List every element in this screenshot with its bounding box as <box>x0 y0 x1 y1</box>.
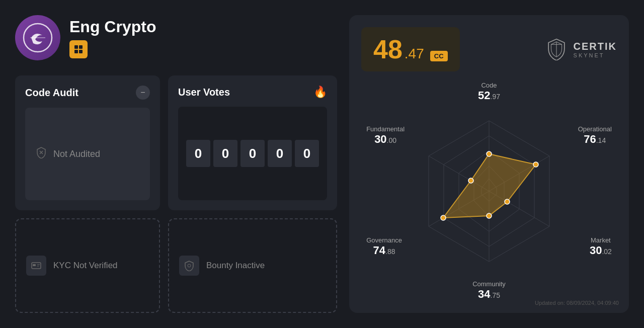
bounty-icon <box>179 256 199 276</box>
community-label: Community 34.75 <box>472 280 506 301</box>
market-label-name: Market <box>591 236 611 244</box>
governance-label-name: Governance <box>366 236 402 244</box>
governance-point <box>441 215 446 220</box>
svg-point-13 <box>188 264 191 267</box>
project-logo <box>15 15 60 60</box>
svg-marker-27 <box>443 154 536 218</box>
minus-icon: − <box>140 88 145 97</box>
svg-rect-2 <box>74 45 78 49</box>
right-top: 48 .47 CC CERTIK SKYNET <box>361 27 617 71</box>
fundamental-point <box>468 178 473 183</box>
fundamental-label: Fundamental 30.00 <box>366 125 405 146</box>
updated-text: Updated on: 08/09/2024, 04:09:40 <box>535 300 619 306</box>
kyc-card: KYC Not Verified <box>15 218 160 313</box>
shield-bounty-icon <box>184 260 195 271</box>
radar-svg <box>409 111 570 272</box>
operational-label-value: 76.14 <box>584 133 606 146</box>
certik-name: CERTIK <box>574 41 617 52</box>
operational-point <box>533 162 538 167</box>
operational-label-name: Operational <box>578 125 612 133</box>
radar-chart <box>409 111 570 272</box>
market-point <box>505 199 510 204</box>
vote-digit-1: 0 <box>186 140 210 167</box>
certik-sub: SKYNET <box>574 52 617 58</box>
right-panel: 48 .47 CC CERTIK SKYNET <box>349 15 629 313</box>
bounty-label: Bounty Inactive <box>206 261 265 271</box>
community-label-value: 34.75 <box>478 288 500 301</box>
not-audited-text: Not Audited <box>53 149 100 159</box>
radar-area: Code 52.97 Fundamental 30.00 Operational… <box>361 81 617 301</box>
governance-label: Governance 74.88 <box>366 236 402 257</box>
certik-text: CERTIK SKYNET <box>574 41 617 58</box>
code-point <box>487 151 492 156</box>
project-name: Eng Crypto <box>69 18 156 36</box>
svg-rect-5 <box>79 50 83 53</box>
score-label: CC <box>430 51 448 61</box>
left-panel: Eng Crypto Code Audit <box>15 15 337 313</box>
code-audit-card: Code Audit − Not Audited <box>15 75 160 210</box>
score-decimal: .47 <box>405 46 424 62</box>
fundamental-label-value: 30.00 <box>374 133 396 146</box>
market-label-value: 30.02 <box>590 244 612 257</box>
not-audited-box: Not Audited <box>25 108 150 200</box>
chain-icon <box>73 44 84 55</box>
community-label-name: Community <box>472 280 506 288</box>
governance-label-value: 74.88 <box>373 244 395 257</box>
vote-digit-5: 0 <box>295 140 319 167</box>
vote-display: 0 0 0 0 0 <box>178 107 327 200</box>
certik-shield-icon <box>545 38 568 60</box>
code-audit-title: Code Audit <box>25 87 78 99</box>
code-audit-header: Code Audit − <box>25 86 150 100</box>
audit-icon <box>35 146 47 161</box>
main-container: Eng Crypto Code Audit <box>0 0 644 328</box>
bounty-card: Bounty Inactive <box>168 218 337 313</box>
fundamental-label-name: Fundamental <box>366 125 405 133</box>
score-box: 48 .47 CC <box>361 27 460 71</box>
chain-badge <box>69 40 88 58</box>
code-label: Code 52.97 <box>478 81 500 102</box>
shield-audit-icon <box>35 146 47 158</box>
collapse-button[interactable]: − <box>136 86 150 100</box>
vote-digit-4: 0 <box>268 140 292 167</box>
user-votes-title: User Votes <box>178 87 230 98</box>
kyc-label: KYC Not Verified <box>53 261 118 271</box>
project-header: Eng Crypto <box>15 15 337 60</box>
svg-rect-10 <box>33 264 36 266</box>
cards-grid: Code Audit − Not Audited <box>15 75 337 313</box>
vote-digit-2: 0 <box>213 140 237 167</box>
code-label-value: 52.97 <box>478 89 500 102</box>
certik-logo: CERTIK SKYNET <box>545 38 617 60</box>
logo-svg <box>20 20 55 55</box>
score-main: 48 <box>373 34 403 64</box>
operational-label: Operational 76.14 <box>578 125 612 146</box>
project-info: Eng Crypto <box>69 18 156 58</box>
user-votes-header: User Votes 🔥 <box>178 86 327 99</box>
kyc-icon <box>26 256 46 276</box>
svg-rect-4 <box>74 50 78 53</box>
code-label-name: Code <box>481 81 497 89</box>
community-point <box>487 213 492 218</box>
market-label: Market 30.02 <box>590 236 612 257</box>
fire-icon: 🔥 <box>313 86 327 99</box>
svg-rect-3 <box>79 45 83 49</box>
id-card-icon <box>31 260 42 271</box>
vote-digit-3: 0 <box>240 140 265 167</box>
user-votes-card: User Votes 🔥 0 0 0 0 0 <box>168 75 337 210</box>
